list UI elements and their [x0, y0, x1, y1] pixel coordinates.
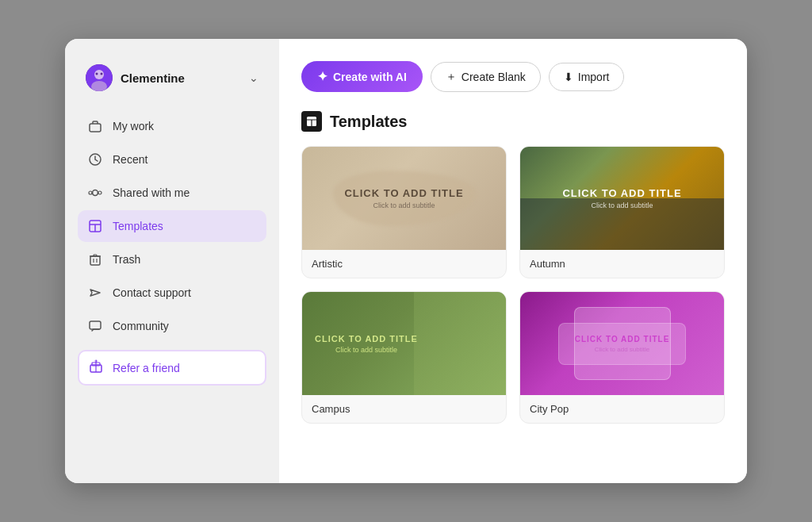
autumn-thumb-text: CLICK TO ADD TITLE Click to add subtitle [562, 187, 681, 209]
section-title: Templates [301, 111, 725, 132]
chevron-down-icon: ⌄ [249, 71, 259, 84]
template-icon [87, 218, 103, 234]
campus-subtitle: Click to add subtitle [315, 346, 418, 354]
sidebar-label-contact: Contact support [113, 286, 191, 299]
clock-icon [87, 152, 103, 167]
svg-rect-5 [90, 124, 101, 132]
sidebar-label-shared: Shared with me [113, 186, 190, 199]
plus-icon: ＋ [446, 70, 457, 84]
user-menu[interactable]: Clementine ⌄ [78, 58, 266, 98]
import-button[interactable]: ⬇ Import [549, 63, 625, 91]
sidebar-item-contact[interactable]: Contact support [78, 277, 266, 309]
create-blank-label: Create Blank [462, 71, 526, 83]
template-card-citypop[interactable]: CLICK TO ADD TITLE Click to add subtitle… [519, 291, 725, 424]
sidebar-label-recent: Recent [113, 153, 147, 166]
templates-grid: CLICK TO ADD TITLE Click to add subtitle… [301, 146, 725, 424]
import-label: Import [578, 71, 610, 83]
citypop-inner-card: CLICK TO ADD TITLE Click to add subtitle [558, 323, 687, 365]
app-window: Clementine ⌄ My work Recent [65, 39, 747, 483]
svg-point-8 [89, 191, 92, 194]
template-thumb-campus: CLICK TO ADD TITLE Click to add subtitle [302, 292, 506, 395]
section-title-text: Templates [330, 113, 407, 131]
main-content: ✦ Create with AI ＋ Create Blank ⬇ Import [279, 39, 747, 483]
svg-marker-19 [90, 290, 100, 296]
sidebar: Clementine ⌄ My work Recent [65, 39, 279, 483]
template-label-autumn: Autumn [520, 250, 724, 278]
citypop-subtitle: Click to add subtitle [575, 346, 670, 353]
trash-icon [87, 251, 103, 267]
refer-friend-label: Refer a friend [113, 362, 180, 374]
sidebar-label-templates: Templates [113, 220, 163, 232]
avatar [86, 64, 113, 91]
chat-icon [87, 318, 103, 334]
svg-point-7 [93, 190, 98, 196]
template-label-campus: Campus [302, 395, 506, 423]
template-thumb-citypop: CLICK TO ADD TITLE Click to add subtitle [520, 292, 724, 395]
autumn-subtitle: Click to add subtitle [562, 202, 681, 209]
gift-icon [89, 359, 103, 376]
svg-point-9 [98, 191, 102, 194]
create-blank-button[interactable]: ＋ Create Blank [431, 62, 541, 92]
arrow-icon [87, 285, 103, 301]
sidebar-label-community: Community [113, 320, 169, 332]
refer-friend-button[interactable]: Refer a friend [78, 350, 266, 386]
toolbar: ✦ Create with AI ＋ Create Blank ⬇ Import [301, 61, 725, 92]
autumn-title: CLICK TO ADD TITLE [562, 187, 681, 199]
create-with-ai-button[interactable]: ✦ Create with AI [301, 61, 423, 92]
sidebar-item-recent[interactable]: Recent [78, 144, 266, 175]
template-label-artistic: Artistic [302, 250, 506, 278]
sidebar-item-my-work[interactable]: My work [78, 110, 266, 142]
svg-point-4 [101, 73, 103, 75]
template-label-citypop: City Pop [520, 395, 724, 423]
template-thumb-autumn: CLICK TO ADD TITLE Click to add subtitle [520, 147, 724, 250]
user-name: Clementine [121, 71, 241, 85]
sidebar-label-my-work: My work [113, 120, 154, 132]
campus-thumb-text: CLICK TO ADD TITLE Click to add subtitle [315, 334, 418, 354]
template-thumb-artistic: CLICK TO ADD TITLE Click to add subtitle [302, 147, 506, 250]
citypop-title: CLICK TO ADD TITLE [575, 335, 670, 344]
artistic-thumb-text: CLICK TO ADD TITLE Click to add subtitle [344, 187, 463, 209]
svg-rect-20 [90, 321, 101, 329]
svg-point-3 [96, 73, 98, 75]
sidebar-item-community[interactable]: Community [78, 310, 266, 342]
template-card-artistic[interactable]: CLICK TO ADD TITLE Click to add subtitle… [301, 146, 507, 278]
share-icon [87, 185, 103, 201]
sidebar-item-shared[interactable]: Shared with me [78, 177, 266, 209]
create-ai-label: Create with AI [333, 71, 407, 83]
svg-point-1 [94, 70, 104, 79]
ai-star-icon: ✦ [317, 69, 327, 84]
templates-section-icon [301, 111, 322, 132]
artistic-subtitle: Click to add subtitle [344, 202, 463, 209]
artistic-title: CLICK TO ADD TITLE [344, 187, 463, 199]
template-card-campus[interactable]: CLICK TO ADD TITLE Click to add subtitle… [301, 291, 507, 424]
campus-title: CLICK TO ADD TITLE [315, 334, 418, 344]
import-icon: ⬇ [564, 71, 573, 83]
briefcase-icon [87, 118, 103, 134]
sidebar-item-trash[interactable]: Trash [78, 244, 266, 275]
sidebar-item-templates[interactable]: Templates [78, 210, 266, 242]
template-card-autumn[interactable]: CLICK TO ADD TITLE Click to add subtitle… [519, 146, 725, 278]
sidebar-label-trash: Trash [113, 253, 140, 266]
svg-rect-15 [90, 256, 100, 265]
